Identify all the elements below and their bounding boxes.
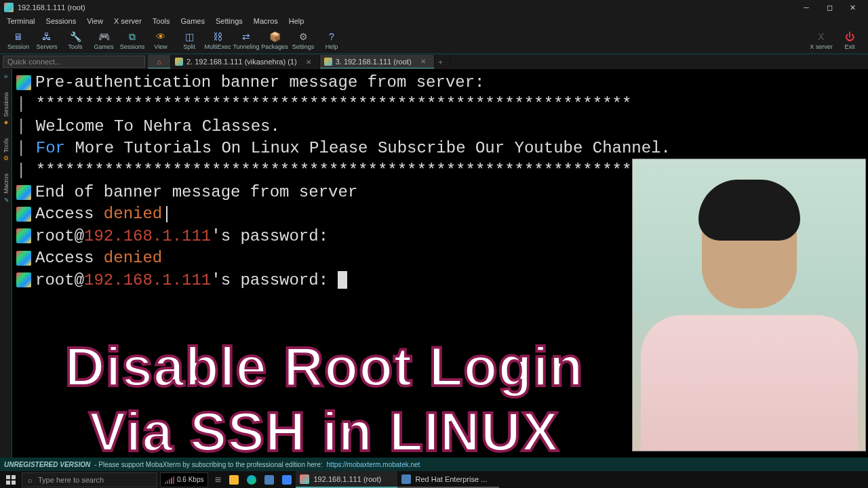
svg-rect-2 [6, 481, 10, 485]
terminal-text: Welcome To Nehra Classes. [36, 117, 280, 136]
terminal-text: 192.168.1.111 [84, 227, 211, 245]
tb-explorer[interactable] [225, 471, 243, 488]
settings-icon: ⚙ [297, 30, 309, 43]
tb-app-label: Red Hat Enterprise ... [415, 475, 487, 483]
servers-icon: 🖧 [41, 30, 53, 43]
terminal-text: Pre-authentication banner message from s… [35, 73, 485, 92]
main-area: » ★Sessions ⚙Tools ✎Macros Pre-authentic… [0, 69, 868, 458]
tool-multiexec[interactable]: ⛓MultiExec [203, 30, 232, 50]
menu-view[interactable]: View [83, 17, 107, 25]
side-rail: » ★Sessions ⚙Tools ✎Macros [0, 69, 12, 458]
tb-app-mobaxterm[interactable]: 192.168.1.111 (root) [296, 471, 397, 488]
tool-tools[interactable]: 🔧Tools [61, 30, 90, 50]
taskbar: ⌕ Type here to search 0.6 Kbps ⊞ 192.168… [0, 471, 868, 488]
network-meter: 0.6 Kbps [160, 472, 208, 487]
tab-session-2[interactable]: 3. 192.168.1.111 (root) ✕ [320, 55, 435, 68]
terminal-text: Access [35, 249, 104, 267]
taskbar-search[interactable]: ⌕ Type here to search [22, 472, 157, 487]
session-icon [16, 272, 31, 287]
svg-rect-0 [6, 475, 10, 479]
taskview-button[interactable]: ⊞ [211, 471, 225, 488]
tool-games[interactable]: 🎮Games [90, 30, 118, 50]
svg-rect-3 [12, 481, 16, 485]
search-placeholder: Type here to search [38, 476, 104, 484]
tb-mail[interactable] [278, 471, 296, 488]
tool-exit[interactable]: ⏻Exit [835, 30, 864, 50]
tab-new-button[interactable]: ＋ [435, 55, 451, 68]
terminal-text: 's password: [211, 227, 338, 245]
terminal-text: For [36, 139, 65, 157]
tool-label: Servers [36, 43, 57, 50]
sessions-icon: ⧉ [126, 30, 138, 43]
rail-sessions[interactable]: ★Sessions [3, 92, 9, 126]
text-cursor [166, 206, 167, 222]
tb-app-label: 192.168.1.111 (root) [313, 475, 381, 483]
tool-label: X server [810, 43, 833, 50]
rail-tools[interactable]: ⚙Tools [3, 138, 9, 161]
tool-help[interactable]: ?Help [317, 30, 346, 50]
view-icon: 👁 [155, 30, 167, 43]
expand-icon[interactable]: » [3, 72, 7, 80]
tool-sessions[interactable]: ⧉Sessions [118, 30, 146, 50]
rail-macros[interactable]: ✎Macros [3, 174, 9, 203]
tool-label: Sessions [120, 43, 145, 50]
tools-icon: 🔧 [69, 30, 81, 43]
quick-connect-input[interactable]: Quick connect... [3, 56, 145, 68]
menu-tools[interactable]: Tools [149, 17, 174, 25]
menu-macros[interactable]: Macros [250, 17, 282, 25]
terminal-cursor [338, 271, 347, 289]
session-icon [16, 251, 31, 266]
menu-terminal[interactable]: Terminal [3, 17, 39, 25]
tb-store[interactable] [260, 471, 278, 488]
tool-view[interactable]: 👁View [146, 30, 175, 50]
tab-home[interactable]: ⌂ [148, 55, 171, 68]
xserver-icon: X [815, 30, 827, 43]
tool-label: Tunneling [233, 43, 259, 50]
tunneling-icon: ⇄ [240, 30, 252, 43]
help-icon: ? [326, 30, 338, 43]
toolbar: 🖥Session🖧Servers🔧Tools🎮Games⧉Sessions👁Vi… [0, 27, 868, 54]
tool-session[interactable]: 🖥Session [4, 30, 33, 50]
titlebar: 192.168.1.111 (root) ─ ◻ ✕ [0, 0, 868, 15]
tool-label: Tools [68, 43, 82, 50]
tb-app-vm[interactable]: Red Hat Enterprise ... [397, 471, 499, 488]
exit-icon: ⏻ [844, 30, 856, 43]
maximize-button[interactable]: ◻ [818, 0, 841, 15]
terminal-text: Access [35, 205, 104, 223]
presenter-photo [632, 159, 866, 451]
terminal-text: ****************************************… [36, 95, 632, 113]
overlay-title-1: Disable Root Login [12, 329, 636, 405]
net-speed: 0.6 Kbps [177, 476, 203, 483]
close-button[interactable]: ✕ [841, 0, 864, 15]
mail-icon [282, 475, 292, 485]
terminal-text: root@ [35, 271, 84, 289]
minimize-button[interactable]: ─ [795, 0, 818, 15]
packages-icon: 📦 [269, 30, 281, 43]
menu-settings[interactable]: Settings [212, 17, 247, 25]
tab-close-icon[interactable]: ✕ [306, 58, 311, 66]
menu-help[interactable]: Help [285, 17, 309, 25]
terminal-text: denied [104, 205, 162, 223]
terminal-text: 192.168.1.111 [84, 271, 211, 289]
tool-label: Games [94, 43, 113, 50]
start-button[interactable] [0, 471, 22, 488]
tool-split[interactable]: ◫Split [175, 30, 203, 50]
tab-session-1[interactable]: 2. 192.168.1.111 (vikasnehra) (1) ✕ [171, 55, 320, 68]
tool-label: Settings [292, 43, 315, 50]
menu-sessions[interactable]: Sessions [42, 17, 81, 25]
terminal[interactable]: Pre-authentication banner message from s… [12, 69, 868, 458]
tab-close-icon[interactable]: ✕ [420, 58, 426, 65]
tool-servers[interactable]: 🖧Servers [33, 30, 61, 50]
tb-edge[interactable] [243, 471, 260, 488]
tool-packages[interactable]: 📦Packages [260, 30, 289, 50]
menu-games[interactable]: Games [177, 17, 209, 25]
session-icon [16, 185, 31, 200]
tool-xserver[interactable]: XX server [807, 30, 835, 50]
tool-tunneling[interactable]: ⇄Tunneling [232, 30, 260, 50]
terminal-text: 's password: [211, 271, 338, 289]
tool-settings[interactable]: ⚙Settings [289, 30, 317, 50]
terminal-text: denied [104, 249, 162, 267]
app-icon [4, 3, 14, 12]
menu-xserver[interactable]: X server [110, 17, 146, 25]
tool-label: Exit [844, 43, 854, 50]
